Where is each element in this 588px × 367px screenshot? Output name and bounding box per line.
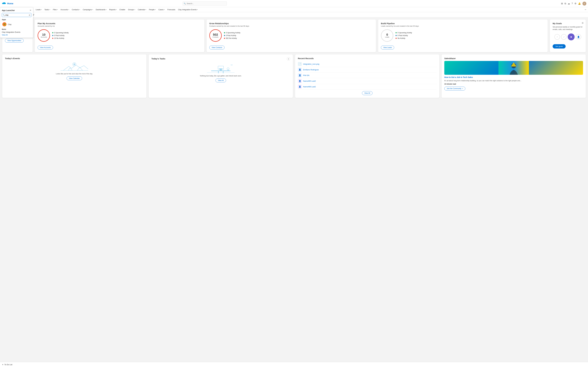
- accounts-past: 0 Past Activity: [52, 34, 69, 36]
- menu-item-accounts[interactable]: Accounts ▾: [59, 8, 70, 11]
- search-icon: 🔍: [184, 3, 186, 5]
- record-link-name499[interactable]: Name499 Last2: [303, 86, 316, 88]
- leads-no-activity-label: No Activity: [398, 37, 405, 39]
- view-leads-button[interactable]: View Leads: [381, 46, 394, 50]
- record-link-integration[interactable]: integration_icon.png: [303, 63, 319, 65]
- menu-item-people[interactable]: People ▾: [148, 8, 157, 11]
- salesblazer-article-title[interactable]: How to Get a Job in Tech Sales: [444, 76, 583, 78]
- record-item-name499[interactable]: 👤 Name499 Last2: [298, 84, 437, 90]
- menu-item-files[interactable]: Files ▾: [52, 8, 59, 11]
- top-navigation: Home 🔍 ⊞ ⧉ ☁ ? ⚙ 🔔 E: [0, 0, 588, 7]
- menu-bar: ⊞ Sales Home Opportunities ▾ Leads ▾ Tas…: [0, 7, 588, 12]
- menu-item-campaigns[interactable]: Campaigns ▾: [82, 8, 94, 11]
- menu-item-clay-integration[interactable]: Clay Integration Events ▾: [177, 8, 199, 11]
- check-goal-icon[interactable]: ✓: [561, 34, 567, 40]
- upload-icon[interactable]: ☁: [568, 2, 570, 5]
- record-item-integration-icon[interactable]: 📄 integration_icon.png: [298, 61, 437, 67]
- global-search-input[interactable]: [183, 1, 227, 6]
- chevron-down-icon: ▾: [116, 9, 117, 10]
- help-icon[interactable]: ?: [571, 2, 573, 5]
- leads-number: 0: [386, 33, 388, 36]
- chevron-down-icon: ▾: [106, 9, 107, 10]
- view-calendar-button[interactable]: View Calendar: [66, 76, 82, 80]
- menu-item-contacts[interactable]: Contacts ▾: [71, 8, 81, 11]
- accounts-upcoming-label: 0 Upcoming Activity: [54, 32, 69, 34]
- record-link-emiliano[interactable]: Emiliano Rodríguez: [303, 69, 319, 71]
- leads-past: 0 Past Activity: [396, 34, 412, 36]
- salesblazer-title: Salesblazer: [444, 57, 583, 59]
- menu-item-cases[interactable]: Cases ▾: [157, 8, 166, 11]
- accounts-no-activity: 10 No Activity: [52, 37, 69, 39]
- app-launcher-clear-icon[interactable]: ⊗: [29, 14, 30, 16]
- clay-app-item[interactable]: 🌿 Clay: [2, 21, 31, 27]
- app-name-label: Home: [7, 2, 13, 5]
- record-item-phil[interactable]: 👤 Phil GN: [298, 73, 437, 78]
- goals-settings-icon[interactable]: ⚙: [582, 22, 584, 24]
- add-goal-icon[interactable]: +: [555, 34, 560, 40]
- accounts-activity-list: 0 Upcoming Activity 0 Past Activity 10 N…: [52, 32, 69, 39]
- edit-nav-icon[interactable]: ✏: [585, 8, 586, 11]
- record-item-emiliano[interactable]: 👤 Emiliano Rodríguez: [298, 67, 437, 73]
- leads-card-subtitle: Leads owned by me and created in the las…: [381, 25, 545, 27]
- file-record-icon: 📄: [298, 62, 302, 66]
- record-item-name495[interactable]: 👤 Name495 Last2: [298, 78, 437, 84]
- setup-icon[interactable]: ⚙: [574, 2, 576, 5]
- svg-point-2: [74, 63, 75, 65]
- leads-card-title: Build Pipeline: [381, 22, 545, 25]
- svg-marker-4: [68, 68, 72, 70]
- add-to-nav-icon[interactable]: ⊞: [561, 2, 563, 5]
- view-all-link[interactable]: View All: [2, 34, 31, 36]
- bottom-cards-row: Today's Events Looks like you're free an…: [2, 54, 586, 98]
- view-accounts-button[interactable]: View Accounts: [38, 46, 53, 50]
- goals-title: My Goals: [553, 22, 583, 25]
- user-goal-icon[interactable]: 👤: [576, 34, 581, 40]
- view-opportunities-button[interactable]: View Opportunities: [5, 39, 24, 42]
- menu-item-leads[interactable]: Leads ▾: [34, 8, 43, 11]
- lead-record-icon-2: 👤: [298, 85, 302, 89]
- set-goals-button[interactable]: Set goals: [553, 44, 566, 49]
- main-content: Quarter Total Pipeline $0 Won: [0, 17, 588, 100]
- nav-icons-group: ⊞ ⧉ ☁ ? ⚙ 🔔 E: [561, 2, 586, 6]
- menu-item-reports[interactable]: Reports ▾: [108, 8, 118, 11]
- view-contacts-button[interactable]: View Contacts: [209, 46, 224, 50]
- star-goal-icon[interactable]: ★: [568, 33, 575, 40]
- leads-no-activity: No Activity: [396, 37, 412, 39]
- clay-integration-events-item[interactable]: Clay Integration Events: [2, 31, 31, 33]
- join-community-button[interactable]: Join the Community ↗: [444, 87, 465, 91]
- top-cards-row: Quarter Total Pipeline $0 Won: [2, 19, 586, 52]
- menu-item-chatter[interactable]: Chatter: [118, 8, 126, 11]
- view-all-records-button[interactable]: View All: [362, 91, 373, 95]
- menu-item-calendar[interactable]: Calendar ▾: [137, 8, 147, 11]
- notifications-icon[interactable]: 🔔: [578, 2, 581, 5]
- red-dot: [396, 38, 397, 39]
- record-link-name495[interactable]: Name495 Last2: [303, 80, 316, 82]
- goals-subtitle: Set personal weekly or monthly goals for…: [553, 26, 583, 31]
- leads-label: Leads: [385, 36, 389, 38]
- salesblazer-image: [444, 61, 583, 75]
- menu-item-groups[interactable]: Groups ▾: [127, 8, 136, 11]
- chevron-down-icon: ▾: [134, 9, 135, 10]
- chevron-down-icon: ▾: [197, 9, 198, 10]
- leads-circle: 0 Leads: [381, 29, 393, 42]
- app-launcher-title: App Launcher: [2, 9, 15, 11]
- leads-past-label: 0 Past Activity: [398, 34, 408, 36]
- recent-items-icon[interactable]: ⧉: [564, 2, 566, 5]
- events-card-title: Today's Events: [5, 57, 144, 59]
- menu-item-dashboards[interactable]: Dashboards ▾: [95, 8, 108, 11]
- tasks-dropdown-button[interactable]: ▾: [287, 57, 290, 60]
- app-launcher-panel: App Launcher ✕ 🔍 ⊗ Apps 🌿 Clay Items Cla…: [0, 7, 33, 38]
- accounts-no-activity-label: 10 No Activity: [54, 37, 64, 39]
- red-dot: [52, 38, 53, 39]
- chevron-down-icon: ▾: [145, 9, 146, 10]
- contacts-card-title: Grow Relationships: [209, 22, 373, 25]
- clay-app-label: Clay: [8, 23, 11, 25]
- avatar-icon[interactable]: E: [582, 2, 586, 6]
- app-launcher-close-button[interactable]: ✕: [30, 9, 31, 12]
- app-launcher-search-input[interactable]: [2, 13, 31, 17]
- record-link-phil[interactable]: Phil GN: [303, 74, 309, 76]
- green-dot: [224, 32, 225, 33]
- view-all-tasks-button[interactable]: View All: [215, 78, 226, 82]
- menu-item-forecasts[interactable]: Forecasts: [166, 8, 176, 11]
- accounts-label: Accounts: [41, 36, 47, 38]
- menu-item-tasks[interactable]: Tasks ▾: [43, 8, 51, 11]
